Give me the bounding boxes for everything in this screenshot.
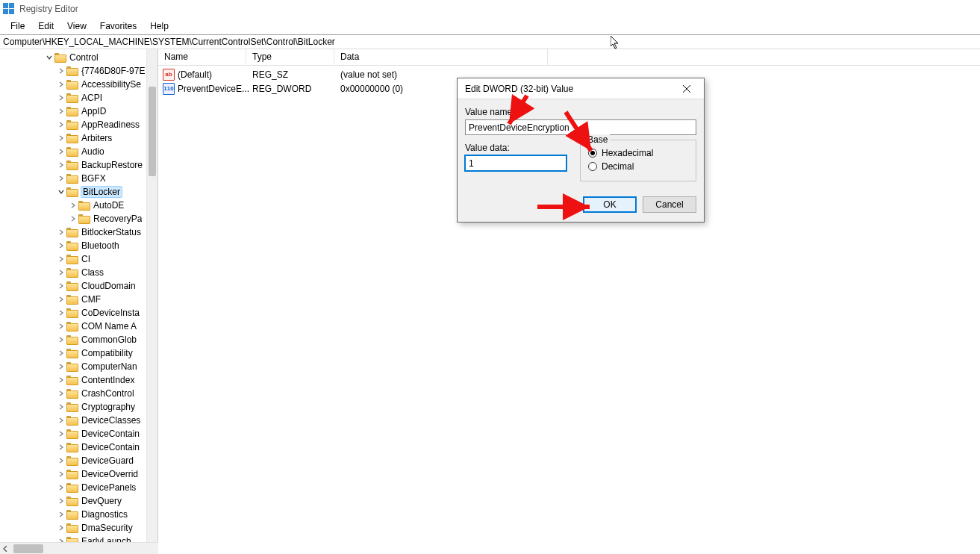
- close-icon[interactable]: [674, 81, 699, 97]
- value-name-field[interactable]: [465, 119, 696, 135]
- tree-item-autode[interactable]: AutoDE: [0, 199, 157, 212]
- tree-item-cryptography[interactable]: Cryptography: [0, 400, 157, 414]
- chevron-right-icon[interactable]: [57, 268, 66, 277]
- hscroll-thumb[interactable]: [13, 544, 43, 553]
- chevron-right-icon[interactable]: [57, 497, 66, 505]
- chevron-right-icon[interactable]: [57, 66, 66, 75]
- tree-item-crashcontrol[interactable]: CrashControl: [0, 387, 157, 400]
- tree-hscrollbar[interactable]: [0, 542, 158, 554]
- tree-item--7746d80f-97e[interactable]: {7746D80F-97E: [0, 64, 157, 78]
- chevron-right-icon[interactable]: [57, 335, 66, 344]
- tree-item-arbiters[interactable]: Arbiters: [0, 131, 157, 145]
- chevron-right-icon[interactable]: [57, 308, 66, 317]
- chevron-right-icon[interactable]: [57, 349, 66, 358]
- tree-item-devicepanels[interactable]: DevicePanels: [0, 481, 157, 494]
- tree-item-appid[interactable]: AppID: [0, 105, 157, 118]
- menu-view[interactable]: View: [61, 20, 93, 32]
- chevron-right-icon[interactable]: [57, 470, 66, 479]
- menu-help[interactable]: Help: [144, 20, 175, 32]
- chevron-down-icon[interactable]: [45, 53, 54, 62]
- tree-item-diagnostics[interactable]: Diagnostics: [0, 508, 157, 521]
- chevron-right-icon[interactable]: [57, 537, 66, 542]
- col-data[interactable]: Data: [334, 49, 548, 65]
- chevron-right-icon[interactable]: [57, 281, 66, 290]
- chevron-right-icon[interactable]: [57, 120, 66, 129]
- chevron-right-icon[interactable]: [57, 402, 66, 411]
- chevron-right-icon[interactable]: [57, 147, 66, 156]
- col-type[interactable]: Type: [246, 49, 334, 65]
- tree-item-bluetooth[interactable]: Bluetooth: [0, 239, 157, 252]
- chevron-right-icon[interactable]: [57, 456, 66, 465]
- folder-icon: [66, 66, 78, 76]
- cancel-button[interactable]: Cancel: [643, 196, 696, 213]
- chevron-down-icon[interactable]: [57, 187, 66, 196]
- tree-item-codeviceinsta[interactable]: CoDeviceInsta: [0, 306, 157, 320]
- tree-item-ci[interactable]: CI: [0, 252, 157, 266]
- tree-item-commonglob[interactable]: CommonGlob: [0, 333, 157, 346]
- chevron-right-icon[interactable]: [57, 134, 66, 143]
- chevron-right-icon[interactable]: [57, 255, 66, 264]
- chevron-right-icon[interactable]: [57, 241, 66, 250]
- tree-item-earlylaunch[interactable]: EarlyLaunch: [0, 535, 157, 542]
- tree-item-bitlockerstatus[interactable]: BitlockerStatus: [0, 225, 157, 239]
- chevron-right-icon[interactable]: [57, 107, 66, 116]
- chevron-right-icon[interactable]: [57, 416, 66, 425]
- chevron-right-icon[interactable]: [69, 201, 78, 210]
- tree-item-clouddomain[interactable]: CloudDomain: [0, 279, 157, 293]
- registry-tree[interactable]: Control{7746D80F-97EAccessibilitySeACPIA…: [0, 49, 157, 542]
- tree-item-audio[interactable]: Audio: [0, 145, 157, 158]
- chevron-right-icon[interactable]: [57, 389, 66, 398]
- ok-button[interactable]: OK: [583, 196, 637, 213]
- tree-item-cmf[interactable]: CMF: [0, 293, 157, 306]
- tree-item-backuprestore[interactable]: BackupRestore: [0, 158, 157, 172]
- chevron-right-icon[interactable]: [57, 429, 66, 438]
- tree-item-acpi[interactable]: ACPI: [0, 91, 157, 105]
- chevron-right-icon[interactable]: [57, 295, 66, 304]
- address-bar[interactable]: Computer\HKEY_LOCAL_MACHINE\SYSTEM\Curre…: [0, 34, 980, 49]
- tree-item-deviceoverrid[interactable]: DeviceOverrid: [0, 467, 157, 481]
- chevron-right-icon[interactable]: [57, 322, 66, 331]
- tree-item-accessibilityse[interactable]: AccessibilitySe: [0, 78, 157, 91]
- tree-item-deviceguard[interactable]: DeviceGuard: [0, 454, 157, 467]
- chevron-right-icon[interactable]: [57, 93, 66, 102]
- tree-item-appreadiness[interactable]: AppReadiness: [0, 118, 157, 131]
- radio-hexadecimal[interactable]: Hexadecimal: [588, 146, 688, 160]
- tree-scrollbar-thumb[interactable]: [149, 87, 156, 176]
- tree-scrollbar[interactable]: [146, 49, 157, 542]
- chevron-right-icon[interactable]: [57, 523, 66, 532]
- tree-item-deviceclasses[interactable]: DeviceClasses: [0, 414, 157, 427]
- tree-item-computernan[interactable]: ComputerNan: [0, 360, 157, 373]
- chevron-right-icon[interactable]: [57, 174, 66, 183]
- chevron-right-icon[interactable]: [57, 510, 66, 519]
- tree-item-bitlocker[interactable]: BitLocker: [0, 185, 157, 199]
- tree-item-bgfx[interactable]: BGFX: [0, 172, 157, 185]
- tree-item-contentindex[interactable]: ContentIndex: [0, 373, 157, 387]
- chevron-right-icon[interactable]: [69, 214, 78, 223]
- dialog-titlebar[interactable]: Edit DWORD (32-bit) Value: [458, 78, 704, 99]
- radio-decimal[interactable]: Decimal: [588, 160, 688, 173]
- chevron-right-icon[interactable]: [57, 80, 66, 89]
- tree-item-devicecontain[interactable]: DeviceContain: [0, 441, 157, 454]
- col-name[interactable]: Name: [158, 49, 246, 65]
- menu-favorites[interactable]: Favorites: [94, 20, 143, 32]
- tree-item-recoverypa[interactable]: RecoveryPa: [0, 212, 157, 225]
- chevron-right-icon[interactable]: [57, 443, 66, 452]
- value-data-field[interactable]: [465, 155, 567, 171]
- chevron-right-icon[interactable]: [57, 228, 66, 237]
- hscroll-left-button[interactable]: [0, 544, 12, 554]
- tree-item-control[interactable]: Control: [0, 51, 157, 64]
- tree-item-compatibility[interactable]: Compatibility: [0, 346, 157, 360]
- tree-item-devicecontain[interactable]: DeviceContain: [0, 427, 157, 441]
- tree-item-devquery[interactable]: DevQuery: [0, 494, 157, 508]
- folder-icon: [66, 240, 78, 251]
- menu-edit[interactable]: Edit: [32, 20, 60, 32]
- menu-file[interactable]: File: [4, 20, 31, 32]
- chevron-right-icon[interactable]: [57, 161, 66, 169]
- tree-item-com-name-a[interactable]: COM Name A: [0, 320, 157, 333]
- chevron-right-icon[interactable]: [57, 376, 66, 385]
- tree-item-label: AppReadiness: [81, 119, 140, 130]
- tree-item-class[interactable]: Class: [0, 266, 157, 279]
- tree-item-dmasecurity[interactable]: DmaSecurity: [0, 521, 157, 535]
- chevron-right-icon[interactable]: [57, 362, 66, 371]
- chevron-right-icon[interactable]: [57, 483, 66, 492]
